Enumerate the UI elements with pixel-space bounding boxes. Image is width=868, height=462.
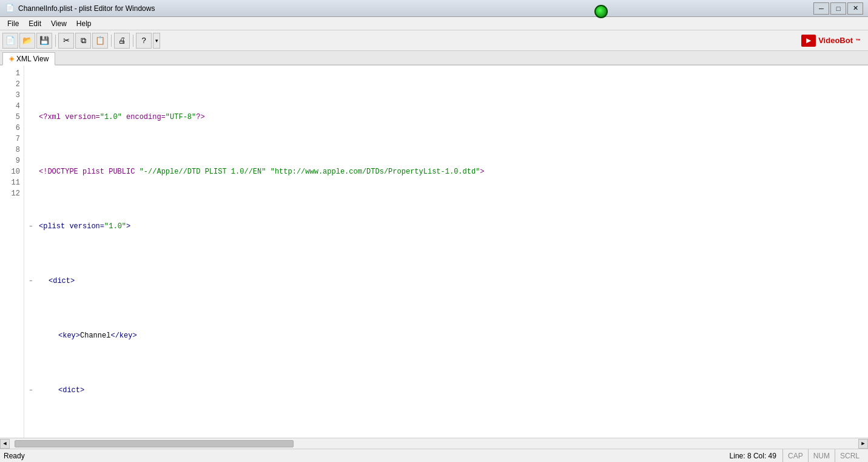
toolbar: 📄 📂 💾 ✂ ⧉ 📋 🖨 ? ▾ ▶ VideoBot™	[0, 30, 868, 51]
help-button[interactable]: ?	[136, 33, 152, 49]
fold-4[interactable]: –	[29, 276, 39, 287]
xml-tab-icon: ◈	[9, 55, 14, 63]
window-title: ChannelInfo.plist - plist Editor for Win…	[18, 4, 813, 13]
xml-tab-label: XML View	[16, 55, 49, 63]
toolbar-separator-3	[131, 33, 135, 49]
toolbar-separator-1	[53, 33, 57, 49]
line-num-2: 2	[0, 79, 20, 90]
status-bar: Ready Line: 8 Col: 49 CAP NUM SCRL	[0, 449, 868, 462]
line-num-4: 4	[0, 101, 20, 112]
line1-content: <?xml version="1.0" encoding="UTF-8"?>	[39, 112, 205, 123]
print-button[interactable]: 🖨	[114, 33, 130, 49]
save-button[interactable]: 💾	[36, 33, 52, 49]
menu-edit[interactable]: Edit	[24, 18, 46, 29]
h-scroll-track[interactable]	[10, 439, 858, 449]
line5-content: <key>Channel</key>	[58, 330, 137, 341]
line2-content: <!DOCTYPE plist PUBLIC "-//Apple//DTD PL…	[39, 166, 485, 177]
status-ready: Ready	[4, 452, 724, 460]
menu-bar: File Edit View Help	[0, 17, 868, 30]
videobot-icon: ▶	[801, 35, 816, 47]
status-caps: CAP	[782, 449, 808, 462]
code-line-5: <key>Channel</key>	[29, 330, 863, 341]
fold-2	[29, 166, 39, 177]
status-num: NUM	[808, 449, 835, 462]
h-scroll-thumb[interactable]	[15, 440, 294, 447]
code-line-1: <?xml version="1.0" encoding="UTF-8"?>	[29, 112, 863, 123]
line-num-7: 7	[0, 134, 20, 144]
videobot-suffix: ™	[855, 38, 861, 44]
cut-button[interactable]: ✂	[58, 33, 74, 49]
tab-xml-view[interactable]: ◈ XML View	[2, 52, 55, 66]
title-bar: 📄 ChannelInfo.plist - plist Editor for W…	[0, 0, 868, 17]
line4-content: <dict>	[49, 276, 75, 287]
toolbar-separator-2	[109, 33, 113, 49]
editor-container: 1 2 3 4 5 6 7 8 9 10 11 12 <?xml version…	[0, 66, 868, 449]
fold-6[interactable]: –	[29, 385, 39, 396]
line-num-11: 11	[0, 177, 20, 188]
window-controls: ─ □ ✕	[813, 2, 863, 15]
menu-view[interactable]: View	[46, 18, 72, 29]
fold-3[interactable]: –	[29, 221, 39, 232]
line3-content: <plist version="1.0">	[39, 221, 130, 232]
fold-1	[29, 112, 39, 123]
app-icon: 📄	[5, 4, 15, 13]
h-scroll-right-button[interactable]: ▶	[858, 439, 868, 449]
fold-5	[29, 330, 39, 341]
status-scrl: SCRL	[835, 449, 864, 462]
code-area[interactable]: <?xml version="1.0" encoding="UTF-8"?> <…	[24, 66, 868, 438]
close-button[interactable]: ✕	[847, 2, 863, 15]
copy-button[interactable]: ⧉	[75, 33, 91, 49]
videobot-brand: ▶ VideoBot™	[801, 35, 866, 47]
new-button[interactable]: 📄	[2, 33, 18, 49]
line-num-1: 1	[0, 68, 20, 79]
videobot-label: VideoBot	[818, 36, 853, 45]
code-line-6: – <dict>	[29, 385, 863, 396]
paste-button[interactable]: 📋	[92, 33, 108, 49]
status-line-col: Line: 8 Col: 49	[724, 452, 782, 460]
h-scrollbar: ◀ ▶	[0, 438, 868, 449]
menu-help[interactable]: Help	[72, 18, 96, 29]
code-line-2: <!DOCTYPE plist PUBLIC "-//Apple//DTD PL…	[29, 166, 863, 177]
line-num-5: 5	[0, 112, 20, 123]
editor-content[interactable]: 1 2 3 4 5 6 7 8 9 10 11 12 <?xml version…	[0, 66, 868, 438]
menu-file[interactable]: File	[2, 18, 24, 29]
line-num-8: 8	[0, 144, 20, 155]
restore-button[interactable]: □	[830, 2, 846, 15]
code-line-3: – <plist version="1.0">	[29, 221, 863, 232]
line6-content: <dict>	[58, 385, 84, 396]
line-numbers: 1 2 3 4 5 6 7 8 9 10 11 12	[0, 66, 24, 438]
minimize-button[interactable]: ─	[813, 2, 829, 15]
line-num-9: 9	[0, 155, 20, 166]
line-num-10: 10	[0, 166, 20, 177]
code-line-4: – <dict>	[29, 276, 863, 287]
help-dropdown-button[interactable]: ▾	[153, 33, 160, 49]
line-num-12: 12	[0, 188, 20, 199]
h-scroll-left-button[interactable]: ◀	[0, 439, 10, 449]
line-num-6: 6	[0, 123, 20, 134]
tab-bar: ◈ XML View	[0, 51, 868, 66]
open-button[interactable]: 📂	[19, 33, 35, 49]
line-num-3: 3	[0, 90, 20, 101]
